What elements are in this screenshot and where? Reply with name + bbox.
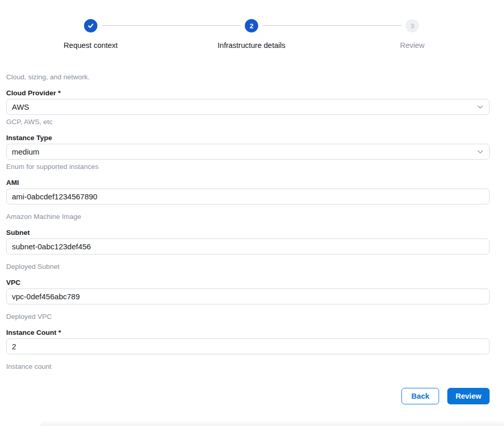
cloud-provider-input[interactable]: [6, 99, 490, 115]
step-label-review: Review: [400, 41, 425, 49]
step-number: 3: [410, 22, 414, 30]
step-review[interactable]: 3: [406, 19, 419, 32]
form-actions: Back Review: [6, 388, 490, 404]
ami-input[interactable]: [6, 189, 490, 205]
back-button[interactable]: Back: [401, 388, 439, 404]
vpc-label: VPC: [6, 279, 490, 286]
check-icon: [87, 22, 94, 29]
instance-count-label: Instance Count *: [6, 329, 490, 336]
step-label-infrastructure-details: Infrastructure details: [217, 41, 285, 49]
instance-count-input[interactable]: [6, 338, 490, 354]
step-connector: [102, 25, 241, 26]
review-button[interactable]: Review: [447, 388, 490, 404]
subnet-input[interactable]: [6, 238, 490, 254]
step-label-request-context: Request context: [64, 41, 118, 49]
instance-type-select: [6, 144, 490, 160]
subnet-label: Subnet: [6, 229, 490, 236]
cloud-provider-helper: GCP, AWS, etc: [6, 118, 490, 126]
instance-count-field: [6, 338, 490, 354]
vpc-helper: Deployed VPC: [6, 313, 490, 320]
instance-type-label: Instance Type: [6, 134, 490, 142]
vpc-input[interactable]: [6, 288, 490, 304]
step-infrastructure-details[interactable]: 2: [245, 19, 258, 32]
vpc-field: [6, 288, 490, 304]
ami-helper: Amazon Machine Image: [6, 213, 490, 220]
step-number: 2: [249, 22, 253, 30]
instance-type-input[interactable]: [6, 144, 490, 160]
form-subtitle: Cloud, sizing, and network.: [6, 73, 490, 81]
ami-label: AMI: [6, 179, 490, 186]
instance-type-helper: Enum for supported instances: [6, 163, 490, 171]
infrastructure-form: Cloud, sizing, and network. Cloud Provid…: [6, 73, 490, 370]
cloud-provider-select: [6, 99, 490, 115]
step-connector: [262, 25, 401, 26]
instance-count-helper: Instance count: [6, 363, 490, 370]
step-request-context[interactable]: [84, 19, 97, 32]
subnet-field: [6, 238, 490, 254]
next-section-edge: [40, 421, 504, 426]
cloud-provider-label: Cloud Provider *: [6, 89, 490, 97]
ami-field: [6, 189, 490, 205]
subnet-helper: Deployed Subnet: [6, 263, 490, 270]
wizard-stepper: 2 3 Request context Infrastructure detai…: [0, 0, 504, 52]
